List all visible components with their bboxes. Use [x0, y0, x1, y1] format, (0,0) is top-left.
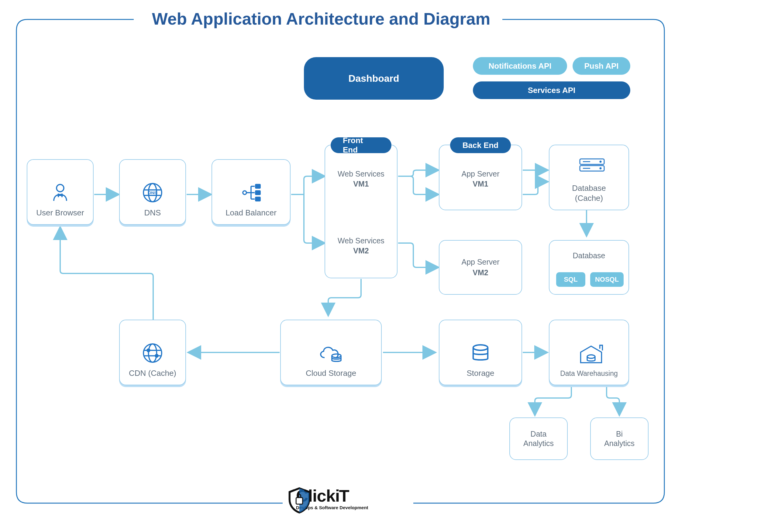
- globe-cdn-icon: [142, 342, 163, 364]
- user-browser-label: User Browser: [36, 208, 84, 218]
- svg-point-7: [57, 184, 64, 192]
- backend-container: Back End App Server VM1: [439, 145, 522, 210]
- load-balancer-icon: [240, 182, 262, 203]
- dashboard-pill: Dashboard: [304, 57, 444, 100]
- ws-vm1-l1: Web Services: [325, 170, 397, 178]
- svg-rect-14: [255, 197, 260, 201]
- nosql-chip: NOSQL: [590, 272, 624, 287]
- db-cache-node: Database (Cache): [549, 145, 629, 210]
- globe-dns-icon: DNS: [142, 182, 163, 203]
- cloud-storage-label: Cloud Storage: [306, 368, 356, 378]
- frontend-container: Front End Web Services VM1 Web Services …: [325, 145, 397, 278]
- backend-section-label: Back End: [450, 137, 511, 153]
- user-icon: [49, 182, 71, 203]
- svg-point-19: [600, 161, 601, 162]
- load-balancer-node: Load Balancer: [212, 159, 291, 225]
- storage-node: Storage: [439, 320, 522, 385]
- ws-vm2-l2: VM2: [325, 246, 397, 255]
- services-api-pill: Services API: [473, 81, 630, 99]
- bi-analytics-node: Bi Analytics: [590, 418, 648, 460]
- dns-label: DNS: [144, 208, 161, 218]
- cdn-node: CDN (Cache): [119, 320, 186, 385]
- data-analytics-node: Data Analytics: [509, 418, 568, 460]
- user-browser-node: User Browser: [27, 159, 94, 225]
- notifications-api-pill: Notifications API: [473, 57, 567, 75]
- svg-point-26: [473, 345, 488, 350]
- cdn-label: CDN (Cache): [129, 368, 176, 378]
- db-cache-l2: (Cache): [575, 193, 603, 203]
- frontend-section-label: Front End: [331, 137, 391, 153]
- app-server-vm2: App Server VM2: [439, 240, 522, 295]
- dw-label: Data Warehausing: [560, 369, 618, 378]
- db-cache-l1: Database: [572, 183, 606, 193]
- sql-chip: SQL: [556, 272, 585, 287]
- ws-vm1-l2: VM1: [325, 180, 397, 188]
- as-vm1: App Server VM1: [440, 170, 522, 188]
- as-vm1-l2: VM1: [440, 180, 522, 188]
- database-label: Database: [572, 251, 605, 260]
- cloud-storage-node: Cloud Storage: [280, 320, 382, 385]
- dns-node: DNS DNS: [119, 159, 186, 225]
- ws-vm1: Web Services VM1: [325, 170, 397, 188]
- lb-label: Load Balancer: [226, 208, 277, 218]
- svg-point-25: [332, 354, 341, 358]
- svg-rect-12: [255, 184, 260, 188]
- svg-point-22: [149, 344, 157, 362]
- svg-point-23: [147, 349, 150, 352]
- svg-point-20: [600, 168, 601, 169]
- warehouse-icon: [578, 343, 600, 365]
- diagram-title: Web Application Architecture and Diagram: [140, 9, 502, 28]
- as-vm2-l2: VM2: [473, 268, 488, 277]
- storage-label: Storage: [466, 368, 494, 378]
- db-cache-icon: [578, 157, 600, 179]
- cloud-db-icon: [316, 342, 346, 364]
- clickit-shield-icon: [288, 487, 311, 514]
- svg-point-11: [243, 191, 246, 194]
- push-api-pill: Push API: [572, 57, 630, 75]
- clickit-logo: ClickiT DevOps & Software Development: [288, 487, 377, 510]
- ws-vm2: Web Services VM2: [325, 236, 397, 255]
- svg-point-27: [587, 355, 595, 358]
- svg-rect-28: [296, 498, 303, 504]
- svg-rect-13: [255, 191, 260, 194]
- svg-text:DNS: DNS: [148, 190, 157, 195]
- svg-point-21: [143, 344, 162, 362]
- svg-point-24: [155, 354, 158, 357]
- ws-vm2-l1: Web Services: [325, 236, 397, 245]
- storage-icon: [470, 342, 491, 364]
- dw-node: Data Warehausing: [549, 320, 629, 385]
- as-vm1-l1: App Server: [440, 170, 522, 178]
- as-vm2-l1: App Server: [461, 257, 499, 267]
